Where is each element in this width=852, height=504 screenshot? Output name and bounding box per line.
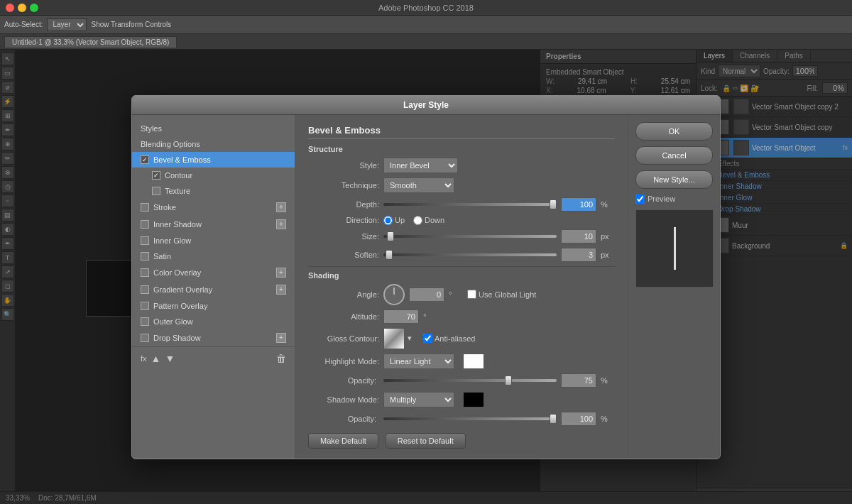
- toolbar-transform-label: Show Transform Controls: [91, 21, 171, 28]
- direction-down-label[interactable]: Down: [413, 216, 444, 225]
- angle-unit: °: [449, 290, 463, 299]
- drop-shadow-checkbox[interactable]: [141, 334, 149, 342]
- shadow-mode-label: Shadow Mode:: [308, 395, 379, 404]
- technique-select[interactable]: Smooth Chisel Hard Chisel Soft: [383, 177, 454, 193]
- delete-icon[interactable]: 🗑: [276, 353, 286, 364]
- global-light-label[interactable]: Use Global Light: [467, 290, 536, 299]
- sidebar-item-color-overlay[interactable]: Color Overlay +: [132, 264, 295, 281]
- depth-slider-thumb[interactable]: [550, 199, 557, 209]
- gradient-overlay-checkbox[interactable]: [141, 285, 149, 294]
- shadow-color-swatch[interactable]: [463, 392, 484, 407]
- sidebar-item-contour[interactable]: ✓ Contour: [132, 168, 295, 183]
- depth-input[interactable]: 100: [561, 197, 596, 212]
- anti-aliased-label[interactable]: Anti-aliased: [423, 334, 475, 343]
- sidebar-item-stroke[interactable]: Stroke +: [132, 199, 295, 216]
- shadow-opacity-unit: %: [601, 415, 615, 423]
- maximize-button[interactable]: [30, 4, 38, 12]
- global-light-text: Use Global Light: [479, 290, 536, 299]
- highlight-mode-row: Highlight Mode: Linear Light Normal Scre…: [308, 354, 615, 369]
- shadow-opacity-thumb[interactable]: [550, 414, 557, 424]
- soften-input[interactable]: 3: [561, 248, 596, 262]
- inner-shadow-add-btn[interactable]: +: [276, 219, 286, 229]
- gradient-overlay-add-btn[interactable]: +: [276, 285, 286, 295]
- drop-shadow-label: Drop Shadow: [153, 334, 201, 342]
- preview-checkbox-label[interactable]: Preview: [635, 195, 713, 204]
- satin-checkbox[interactable]: [141, 252, 149, 261]
- direction-up-label[interactable]: Up: [383, 216, 405, 225]
- angle-row: Angle: 0 ° Use Global Light: [308, 284, 615, 305]
- shadow-mode-select[interactable]: Multiply Normal Screen: [383, 392, 454, 407]
- move-down-icon[interactable]: ▼: [165, 353, 175, 364]
- soften-unit: px: [601, 251, 615, 259]
- direction-down-radio[interactable]: [413, 216, 422, 225]
- direction-up-text: Up: [395, 216, 405, 224]
- sidebar-item-satin[interactable]: Satin: [132, 248, 295, 264]
- sidebar-item-inner-shadow[interactable]: Inner Shadow +: [132, 216, 295, 233]
- pattern-overlay-checkbox[interactable]: [141, 302, 149, 310]
- soften-slider-container: [383, 253, 557, 256]
- direction-up-radio[interactable]: [383, 216, 393, 225]
- gloss-contour-label: Gloss Contour:: [308, 334, 379, 343]
- contour-checkbox[interactable]: ✓: [152, 171, 160, 180]
- angle-input[interactable]: 0: [409, 287, 444, 302]
- sidebar-item-texture[interactable]: Texture: [132, 183, 295, 199]
- move-up-icon[interactable]: ▲: [151, 353, 161, 364]
- gloss-contour-thumbnail[interactable]: [383, 328, 405, 349]
- close-button[interactable]: [6, 4, 14, 12]
- texture-checkbox[interactable]: [152, 187, 160, 195]
- make-default-button[interactable]: Make Default: [308, 433, 378, 449]
- shadow-opacity-track: [383, 417, 557, 420]
- color-overlay-add-btn[interactable]: +: [276, 268, 286, 278]
- soften-slider-thumb[interactable]: [386, 250, 393, 260]
- section-header: Bevel & Emboss: [308, 125, 615, 139]
- depth-slider-container: [383, 203, 557, 206]
- angle-dial[interactable]: [383, 284, 405, 305]
- dialog-title: Layer Style: [403, 100, 449, 110]
- outer-glow-checkbox[interactable]: [141, 317, 149, 326]
- satin-label: Satin: [153, 252, 171, 261]
- ok-button[interactable]: OK: [635, 122, 713, 141]
- angle-indicator: [394, 287, 395, 295]
- altitude-input[interactable]: 70: [383, 309, 419, 324]
- sidebar-item-drop-shadow[interactable]: Drop Shadow +: [132, 329, 295, 346]
- color-overlay-checkbox[interactable]: [141, 268, 149, 277]
- size-slider-thumb[interactable]: [387, 231, 394, 241]
- minimize-button[interactable]: [18, 4, 26, 12]
- inner-shadow-checkbox[interactable]: [141, 220, 149, 229]
- shadow-opacity-row: Opacity: 100 %: [308, 412, 615, 426]
- style-select[interactable]: Inner Bevel Outer Bevel Emboss Pillow Em…: [383, 158, 458, 173]
- drop-shadow-add-btn[interactable]: +: [276, 333, 286, 343]
- stroke-add-btn[interactable]: +: [276, 202, 286, 212]
- effects-fx-icon[interactable]: fx: [141, 354, 147, 363]
- sidebar-item-outer-glow[interactable]: Outer Glow: [132, 314, 295, 329]
- reset-to-default-button[interactable]: Reset to Default: [386, 433, 466, 449]
- highlight-opacity-label: Opacity:: [308, 376, 379, 385]
- depth-row: Depth: 100 %: [308, 197, 615, 212]
- document-tab[interactable]: Untitled-1 @ 33,3% (Vector Smart Object,…: [4, 36, 177, 48]
- gloss-contour-dropdown[interactable]: ▾: [408, 334, 412, 343]
- sidebar-item-inner-glow[interactable]: Inner Glow: [132, 233, 295, 248]
- sidebar-item-pattern-overlay[interactable]: Pattern Overlay: [132, 298, 295, 314]
- highlight-color-swatch[interactable]: [463, 354, 484, 369]
- global-light-checkbox[interactable]: [467, 290, 476, 299]
- toolbar-layer-select[interactable]: Layer Group: [47, 18, 87, 31]
- app-title: Adobe Photoshop CC 2018: [378, 4, 474, 12]
- anti-aliased-checkbox[interactable]: [423, 334, 432, 343]
- stroke-checkbox[interactable]: [141, 203, 149, 212]
- preview-checkbox[interactable]: [635, 195, 645, 204]
- sidebar-item-gradient-overlay[interactable]: Gradient Overlay +: [132, 281, 295, 298]
- bevel-checkbox[interactable]: ✓: [141, 155, 149, 164]
- size-input[interactable]: 10: [561, 229, 596, 243]
- highlight-opacity-input[interactable]: 75: [561, 373, 596, 388]
- shadow-opacity-input[interactable]: 100: [561, 412, 596, 426]
- sidebar-item-bevel[interactable]: ✓ Bevel & Emboss: [132, 152, 295, 168]
- sidebar-item-blending[interactable]: Blending Options: [132, 136, 295, 152]
- new-style-button[interactable]: New Style...: [635, 170, 713, 189]
- highlight-opacity-thumb[interactable]: [505, 376, 512, 385]
- highlight-mode-select[interactable]: Linear Light Normal Screen Multiply: [383, 354, 454, 369]
- sidebar-item-styles[interactable]: Styles: [132, 121, 295, 136]
- inner-glow-checkbox[interactable]: [141, 236, 149, 245]
- size-row: Size: 10 px: [308, 229, 615, 243]
- cancel-button[interactable]: Cancel: [635, 146, 713, 165]
- highlight-opacity-row: Opacity: 75 %: [308, 373, 615, 388]
